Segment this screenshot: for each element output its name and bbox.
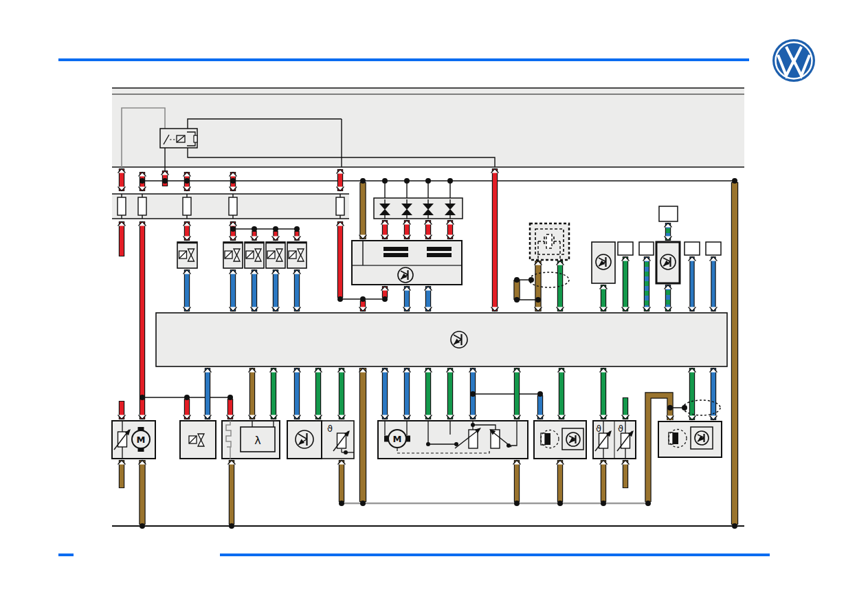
wiring-diagram: MλϑMϑϑ	[0, 0, 868, 614]
plug-connector	[618, 242, 633, 255]
plug-connector	[685, 242, 700, 255]
fuse	[118, 194, 126, 219]
fuse	[229, 194, 237, 219]
control-unit-small-2	[656, 242, 680, 283]
bottom-rule	[220, 553, 770, 556]
injector-2	[245, 242, 264, 268]
power-supply-relay	[160, 129, 197, 148]
spark-plug-row	[374, 198, 463, 219]
air-mass-meter: ϑ	[287, 421, 354, 459]
throttle-control-unit: M	[378, 421, 528, 459]
vw-logo	[772, 39, 815, 82]
knock-sensor-2	[658, 421, 722, 457]
control-unit-small-1	[592, 242, 615, 283]
svg-text:ϑ: ϑ	[596, 424, 601, 434]
svg-text:ϑ: ϑ	[327, 424, 333, 434]
svg-text:M: M	[137, 435, 146, 445]
evap-valve	[180, 421, 216, 459]
top-rule	[58, 58, 749, 61]
svg-text:ϑ: ϑ	[618, 424, 623, 434]
injector-1	[223, 242, 243, 268]
knock-sensor-1	[534, 421, 586, 459]
fuse	[138, 194, 146, 219]
plug-connector	[659, 206, 678, 221]
throttle-positioner: M	[112, 421, 155, 459]
fuse	[183, 194, 191, 219]
svg-text:λ: λ	[254, 434, 260, 447]
injector-4	[287, 242, 307, 268]
engine-speed-sender	[530, 223, 569, 260]
solenoid-valve-1	[177, 242, 197, 268]
injector-3	[266, 242, 285, 268]
plug-connector	[639, 242, 654, 255]
components: MλϑMϑϑ	[112, 129, 727, 459]
plug-connector	[706, 242, 721, 255]
fuse	[336, 194, 344, 219]
bottom-rule-left	[58, 553, 74, 556]
ignition-coil-module	[352, 241, 462, 285]
manual-page: MλϑMϑϑ	[0, 0, 868, 614]
temperature-sensor: ϑϑ	[593, 421, 636, 459]
engine-control-unit	[156, 313, 727, 366]
lambda-probe: λ	[222, 421, 280, 459]
svg-text:M: M	[393, 434, 402, 444]
